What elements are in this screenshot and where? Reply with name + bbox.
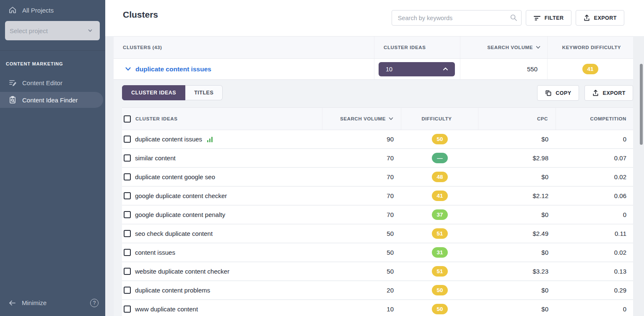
cluster-ideas-cell: 10 (374, 59, 460, 79)
help-icon[interactable]: ? (90, 299, 99, 307)
all-projects-label: All Projects (22, 7, 54, 14)
cluster-ideas-dropdown[interactable]: 10 (379, 62, 455, 76)
col-keyword-difficulty: KEYWORD DIFFICULTY (548, 37, 633, 58)
minimize-button[interactable]: Minimize (8, 299, 47, 306)
cluster-ideas-count: 10 (386, 66, 392, 73)
cluster-row: duplicate content issues 10 550 41 (114, 59, 633, 80)
trend-bars-icon (207, 136, 213, 142)
keyword-cell: google duplicate content penalty (122, 206, 322, 224)
difficulty-cell: 50 (401, 281, 478, 299)
volume-cell: 70 (322, 149, 401, 167)
upload-icon (583, 14, 590, 21)
keyword-label: duplicate content google seo (135, 173, 215, 180)
keyword-cell: website duplicate content checker (122, 262, 322, 280)
row-checkbox[interactable] (124, 230, 131, 237)
select-all-checkbox[interactable] (124, 115, 131, 123)
page-title: Clusters (123, 10, 158, 20)
difficulty-cell: 37 (401, 206, 478, 224)
home-icon (8, 6, 17, 14)
difficulty-badge: 41 (432, 191, 448, 201)
topbar: Clusters FILTER (105, 0, 644, 36)
row-checkbox[interactable] (124, 211, 131, 218)
keyword-cell: similar content (122, 149, 322, 167)
panel-actions: COPY EXPORT (537, 85, 633, 101)
table-row: duplicate content issues 90 50 $0 0 (122, 130, 633, 149)
row-checkbox[interactable] (124, 154, 131, 162)
cluster-ideas-table: CLUSTER IDEAS SEARCH VOLUME DIFFICULTY C… (122, 107, 633, 316)
keyword-label: www duplicate content (135, 306, 198, 313)
cpc-cell: $3.23 (478, 262, 556, 280)
cluster-name-link[interactable]: duplicate content issues (135, 65, 211, 73)
row-checkbox[interactable] (124, 136, 131, 143)
search-volume-label: SEARCH VOLUME (487, 45, 533, 50)
competition-cell: 0.29 (556, 281, 633, 299)
cpc-cell: $2.12 (478, 187, 556, 205)
difficulty-cell: 50 (401, 130, 478, 148)
row-checkbox[interactable] (124, 249, 131, 256)
sidebar-footer: Minimize ? (0, 298, 105, 311)
search-box (392, 10, 522, 26)
keyword-header-label: CLUSTER IDEAS (135, 116, 177, 121)
sidebar-item-all-projects[interactable]: All Projects (8, 6, 54, 14)
row-checkbox[interactable] (124, 192, 131, 199)
cluster-ideas-table-header: CLUSTER IDEAS SEARCH VOLUME DIFFICULTY C… (122, 107, 633, 130)
cluster-toggle[interactable]: duplicate content issues (114, 59, 374, 79)
col-search-volume[interactable]: SEARCH VOLUME (460, 37, 548, 58)
cpc-cell: $0 (478, 281, 556, 299)
keyword-cell: content issues (122, 243, 322, 261)
arrow-left-icon (8, 300, 16, 306)
table-row: content issues 50 31 $0 0.02 (122, 243, 633, 262)
chevron-down-icon (87, 28, 93, 34)
cpc-cell: $2.98 (478, 149, 556, 167)
table-row: similar content 70 — $2.98 0.07 (122, 149, 633, 168)
keyword-label: website duplicate content checker (135, 268, 229, 275)
col-difficulty: DIFFICULTY (401, 108, 478, 130)
sidebar-item-label: Content Idea Finder (22, 97, 78, 104)
table-row: google duplicate content checker 70 41 $… (122, 187, 633, 206)
chevron-down-icon (125, 67, 131, 71)
difficulty-badge: 50 (432, 304, 448, 314)
copy-button[interactable]: COPY (537, 85, 579, 101)
minimize-label: Minimize (22, 299, 47, 306)
difficulty-badge: 31 (432, 247, 448, 258)
difficulty-cell: — (401, 149, 478, 167)
sidebar-divider (0, 50, 105, 51)
row-checkbox[interactable] (124, 306, 131, 313)
table-row: www duplicate content 10 50 $0 0 (122, 300, 633, 316)
app-window: All Projects Select project CONTENT MARK… (0, 0, 644, 316)
difficulty-cell: 31 (401, 243, 478, 261)
col-competition: COMPETITION (556, 108, 633, 130)
export-button[interactable]: EXPORT (576, 10, 624, 26)
cluster-ideas-rows: duplicate content issues 90 50 $0 0 simi… (122, 130, 633, 316)
volume-cell: 50 (322, 262, 401, 280)
sidebar-item-content-idea-finder[interactable]: Content Idea Finder (0, 92, 103, 108)
row-checkbox[interactable] (124, 173, 131, 180)
sidebar-item-content-editor[interactable]: Content Editor (0, 75, 103, 91)
row-checkbox[interactable] (124, 268, 131, 275)
volume-header-label: SEARCH VOLUME (340, 116, 386, 121)
tab-cluster-ideas[interactable]: CLUSTER IDEAS (122, 85, 185, 100)
keyword-cell: seo check duplicate content (122, 225, 322, 243)
col-volume[interactable]: SEARCH VOLUME (322, 108, 401, 130)
project-select[interactable]: Select project (5, 21, 100, 40)
row-checkbox[interactable] (124, 287, 131, 294)
difficulty-badge: — (432, 153, 448, 163)
keyword-label: duplicate content problems (135, 287, 210, 294)
cpc-cell: $0 (478, 168, 556, 186)
table-row: google duplicate content penalty 70 37 $… (122, 206, 633, 225)
filter-button[interactable]: FILTER (526, 10, 571, 26)
volume-cell: 20 (322, 281, 401, 299)
clusters-content: CLUSTERS (43) CLUSTER IDEAS SEARCH VOLUM… (114, 36, 633, 316)
tab-titles[interactable]: TITLES (185, 85, 223, 100)
keyword-label: google duplicate content checker (135, 192, 227, 199)
col-cpc: CPC (478, 108, 556, 130)
cluster-difficulty-cell: 41 (548, 59, 633, 79)
scrollbar-thumb[interactable] (640, 64, 643, 145)
main-area: Clusters FILTER (105, 0, 644, 316)
difficulty-badge: 50 (432, 285, 448, 295)
search-input[interactable] (392, 10, 522, 26)
keyword-cell: duplicate content problems (122, 281, 322, 299)
competition-cell: 0.06 (556, 187, 633, 205)
keyword-cell: www duplicate content (122, 300, 322, 316)
export-button-panel[interactable]: EXPORT (584, 85, 633, 101)
